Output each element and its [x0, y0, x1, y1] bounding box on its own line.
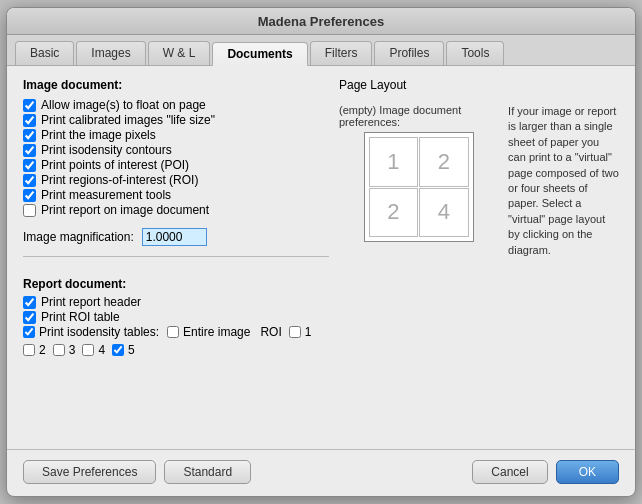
- tab-filters[interactable]: Filters: [310, 41, 373, 65]
- report-checkboxes: Print report headerPrint ROI table: [23, 295, 329, 324]
- iso-option-label-3: 3: [69, 343, 76, 357]
- iso-option-checkbox-2[interactable]: [23, 344, 35, 356]
- footer-right: Cancel OK: [472, 460, 619, 484]
- left-panel: Image document: Allow image(s) to float …: [23, 78, 329, 437]
- tab-bar: BasicImagesW & LDocumentsFiltersProfiles…: [7, 35, 635, 66]
- image-checkbox-label: Print report on image document: [41, 203, 209, 217]
- image-checkbox-label: Print isodensity contours: [41, 143, 172, 157]
- magnification-label: Image magnification:: [23, 230, 134, 244]
- image-checkbox[interactable]: [23, 174, 36, 187]
- tab-profiles[interactable]: Profiles: [374, 41, 444, 65]
- iso-option-checkbox-5[interactable]: [112, 344, 124, 356]
- footer: Save Preferences Standard Cancel OK: [7, 449, 635, 496]
- main-area: Image document: Allow image(s) to float …: [23, 78, 619, 437]
- image-checkbox[interactable]: [23, 189, 36, 202]
- iso-option-label-2: 2: [39, 343, 46, 357]
- image-checkbox[interactable]: [23, 159, 36, 172]
- magnification-row: Image magnification:: [23, 228, 329, 246]
- image-checkbox-label: Print regions-of-interest (ROI): [41, 173, 198, 187]
- page-layout-label: Page Layout: [339, 78, 619, 92]
- image-checkbox-row: Print calibrated images "life size": [23, 113, 329, 127]
- report-checkbox[interactable]: [23, 311, 36, 324]
- page-layout-left: (empty) Image document preferences: 1224: [339, 104, 498, 258]
- image-checkbox-row: Print measurement tools: [23, 188, 329, 202]
- report-checkbox-label: Print report header: [41, 295, 141, 309]
- image-checkbox-label: Allow image(s) to float on page: [41, 98, 206, 112]
- image-checkbox-label: Print measurement tools: [41, 188, 171, 202]
- page-cell[interactable]: 1: [369, 137, 419, 187]
- image-checkbox[interactable]: [23, 144, 36, 157]
- main-content: Image document: Allow image(s) to float …: [7, 66, 635, 449]
- report-document-label: Report document:: [23, 277, 329, 291]
- divider: [23, 256, 329, 257]
- image-checkboxes: Allow image(s) to float on pagePrint cal…: [23, 98, 329, 218]
- page-grid[interactable]: 1224: [364, 132, 474, 242]
- magnification-input[interactable]: [142, 228, 207, 246]
- layout-description: (empty) Image document preferences:: [339, 104, 498, 128]
- page-cell[interactable]: 2: [369, 188, 419, 238]
- preferences-window: Madena Preferences BasicImagesW & LDocum…: [6, 7, 636, 497]
- page-layout-section: (empty) Image document preferences: 1224…: [339, 104, 619, 258]
- entire-image-label: Entire image: [183, 325, 250, 339]
- image-checkbox[interactable]: [23, 129, 36, 142]
- page-cell[interactable]: 2: [419, 137, 469, 187]
- help-text: If your image or report is larger than a…: [508, 104, 619, 258]
- tab-images[interactable]: Images: [76, 41, 145, 65]
- cancel-button[interactable]: Cancel: [472, 460, 547, 484]
- standard-button[interactable]: Standard: [164, 460, 251, 484]
- title-bar: Madena Preferences: [7, 8, 635, 35]
- tab-tools[interactable]: Tools: [446, 41, 504, 65]
- image-checkbox-row: Allow image(s) to float on page: [23, 98, 329, 112]
- image-checkbox-row: Print report on image document: [23, 203, 329, 217]
- image-checkbox[interactable]: [23, 99, 36, 112]
- report-section: Report document: Print report headerPrin…: [23, 277, 329, 357]
- tab-documents[interactable]: Documents: [212, 42, 307, 66]
- image-checkbox-row: Print the image pixels: [23, 128, 329, 142]
- tab-w-&-l[interactable]: W & L: [148, 41, 211, 65]
- tab-basic[interactable]: Basic: [15, 41, 74, 65]
- image-checkbox[interactable]: [23, 204, 36, 217]
- isodensity-prefix-label: Print isodensity tables:: [39, 325, 159, 339]
- image-checkbox-row: Print points of interest (POI): [23, 158, 329, 172]
- image-checkbox-row: Print regions-of-interest (ROI): [23, 173, 329, 187]
- image-checkbox-label: Print points of interest (POI): [41, 158, 189, 172]
- image-document-label: Image document:: [23, 78, 329, 92]
- image-checkbox[interactable]: [23, 114, 36, 127]
- report-checkbox[interactable]: [23, 296, 36, 309]
- iso-option-checkbox-4[interactable]: [82, 344, 94, 356]
- iso-option-checkbox-3[interactable]: [53, 344, 65, 356]
- window-title: Madena Preferences: [258, 14, 384, 29]
- iso-option-label-5: 5: [128, 343, 135, 357]
- isodensity-row: Print isodensity tables:Entire imageROI1…: [23, 325, 329, 357]
- report-checkbox-row: Print ROI table: [23, 310, 329, 324]
- image-checkbox-label: Print calibrated images "life size": [41, 113, 215, 127]
- entire-image-checkbox[interactable]: [167, 326, 179, 338]
- image-checkbox-row: Print isodensity contours: [23, 143, 329, 157]
- roi-label: ROI: [260, 325, 281, 339]
- right-panel: Page Layout (empty) Image document prefe…: [339, 78, 619, 437]
- isodensity-prefix-checkbox[interactable]: [23, 326, 35, 338]
- page-cell[interactable]: 4: [419, 188, 469, 238]
- iso-option-checkbox-1[interactable]: [289, 326, 301, 338]
- report-checkbox-label: Print ROI table: [41, 310, 120, 324]
- ok-button[interactable]: OK: [556, 460, 619, 484]
- iso-option-label-4: 4: [98, 343, 105, 357]
- image-checkbox-label: Print the image pixels: [41, 128, 156, 142]
- save-preferences-button[interactable]: Save Preferences: [23, 460, 156, 484]
- iso-option-label-1: 1: [305, 325, 312, 339]
- footer-left: Save Preferences Standard: [23, 460, 251, 484]
- report-checkbox-row: Print report header: [23, 295, 329, 309]
